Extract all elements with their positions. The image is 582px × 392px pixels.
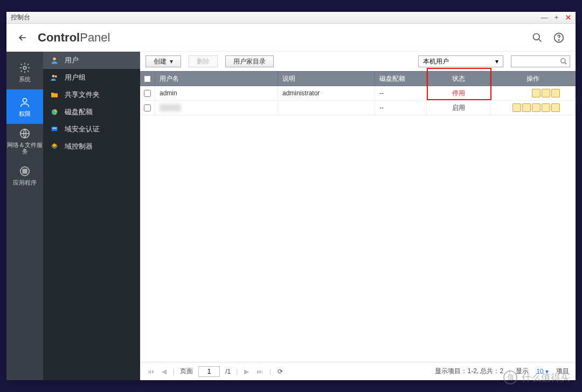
row-checkbox[interactable] [144,104,151,111]
svg-point-12 [52,75,55,78]
app-title-bold: Control [38,31,80,44]
delete-button[interactable]: 删除 [189,55,218,67]
profile-icon[interactable] [512,103,521,112]
user-filter-select[interactable]: 本机用户 ▾ [418,55,503,67]
toolbar: 创建 ▾ 删除 用户家目录 本机用户 ▾ [140,52,576,71]
page-last-icon[interactable]: ⏭ [255,368,264,375]
col-username[interactable]: 用户名 [155,72,278,86]
search-input[interactable] [514,58,560,65]
header-help-button[interactable] [552,31,566,45]
nav-apps-label: 应用程序 [13,179,37,186]
globe-icon [19,128,31,139]
lock-icon[interactable] [542,103,550,112]
gear-icon [19,62,31,74]
cell-username: admin [155,86,278,100]
nav-permissions-label: 权限 [19,110,31,117]
sidebar-item-label: 域安全认证 [65,124,100,134]
nav-permissions[interactable]: 权限 [6,89,43,124]
sidebar-item-domain[interactable]: 域安全认证 [43,121,140,138]
nav-apps[interactable]: 应用程序 [6,158,43,193]
help-icon [553,32,564,43]
app-title-light: Panel [80,31,110,44]
total-pages: /1 [225,368,231,375]
cell-ops [490,101,576,115]
sidebar-item-dc[interactable]: 域控制器 [43,138,140,155]
items-label: 项目 [556,367,569,376]
col-status[interactable]: 状态 [427,72,490,86]
lock-icon[interactable] [551,89,560,97]
sidebar-item-user[interactable]: 用户 [43,52,140,69]
cell-quota: -- [375,86,427,100]
pager-summary: 显示项目：1-2, 总共：2 [435,367,503,376]
nav-network[interactable]: 网络＆文件服务 [6,124,43,158]
svg-point-2 [558,39,559,40]
col-ops: 操作 [490,72,576,86]
svg-rect-7 [23,169,24,171]
sidebar-item-label: 域控制器 [65,142,93,151]
sidebar: 用户 用户组 共享文件夹 磁盘配额 域安全认证 域控制器 [43,52,140,380]
edit-icon[interactable] [532,89,541,97]
main-panel: 创建 ▾ 删除 用户家目录 本机用户 ▾ 用户名 [140,52,576,380]
cell-desc [278,101,375,115]
window-close-icon[interactable]: ✕ [564,13,572,22]
window-maximize-icon[interactable]: ＋ [552,13,560,22]
cell-quota: -- [375,101,427,115]
apps-icon[interactable] [551,103,560,112]
svg-point-17 [561,59,565,63]
nav-system[interactable]: 系统 [6,55,43,89]
page-size-select[interactable]: 10 ▾ [534,368,551,375]
svg-point-13 [55,75,57,78]
people-icon [50,73,59,82]
search-icon[interactable] [560,58,567,65]
cell-ops [490,86,576,100]
shield-icon [50,124,59,134]
chevron-down-icon: ▾ [170,58,173,65]
key-icon[interactable] [542,89,550,97]
cell-status: 启用 [427,101,490,115]
refresh-icon[interactable]: ⟳ [276,368,284,375]
table-body: admin administrator -- 停用 [140,86,576,115]
page-label: 页面 [180,367,193,376]
home-dir-button[interactable]: 用户家目录 [225,55,274,67]
nav-rail: 系统 权限 网络＆文件服务 应用程序 [6,52,43,380]
redacted-text [160,104,181,111]
svg-point-6 [20,167,30,176]
page-first-icon[interactable]: ⏮ [147,368,155,375]
person-icon [50,55,59,65]
select-all-checkbox[interactable] [144,75,151,82]
window-minimize-icon[interactable]: — [540,13,549,22]
sidebar-item-label: 用户 [65,55,79,65]
svg-point-0 [534,33,540,40]
table-search[interactable] [511,55,570,67]
back-button[interactable] [16,31,29,44]
svg-point-4 [23,99,26,102]
nav-system-label: 系统 [19,76,31,82]
sidebar-item-label: 共享文件夹 [65,90,100,100]
key-icon[interactable] [532,103,541,112]
col-quota[interactable]: 磁盘配额 [375,72,427,86]
svg-rect-15 [52,127,58,131]
sidebar-item-group[interactable]: 用户组 [43,69,140,86]
page-next-icon[interactable]: ▶ [243,368,250,375]
page-input[interactable] [198,366,220,377]
nav-network-label: 网络＆文件服务 [6,142,43,155]
svg-rect-9 [23,172,24,173]
header-search-button[interactable] [530,31,544,45]
filter-selected-label: 本机用户 [423,57,449,66]
table-row[interactable]: -- 启用 [140,101,576,115]
create-label: 创建 [154,57,167,66]
table-header: 用户名 说明 磁盘配额 状态 操作 [140,71,576,86]
edit-icon[interactable] [522,103,531,112]
grid-icon [19,165,31,177]
col-desc[interactable]: 说明 [278,72,375,86]
svg-rect-16 [52,128,57,128]
sidebar-item-quota[interactable]: 磁盘配额 [43,103,140,121]
table-row[interactable]: admin administrator -- 停用 [140,86,576,101]
window-titlebar[interactable]: 控制台 — ＋ ✕ [6,12,576,24]
cell-desc: administrator [278,86,375,100]
sidebar-item-label: 磁盘配额 [65,107,93,117]
row-checkbox[interactable] [144,90,151,97]
sidebar-item-share[interactable]: 共享文件夹 [43,86,140,103]
create-button[interactable]: 创建 ▾ [146,55,181,67]
page-prev-icon[interactable]: ◀ [161,368,168,375]
